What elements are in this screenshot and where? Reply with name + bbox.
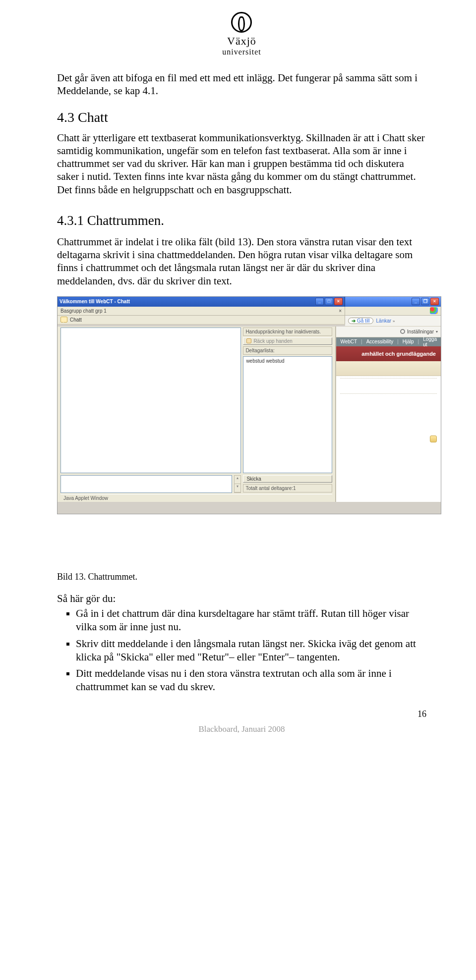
participant-item: webstud webstud xyxy=(246,358,284,364)
footer-text: Blackboard, Januari 2008 xyxy=(57,724,426,734)
nav-link-webct[interactable]: WebCT xyxy=(340,339,357,344)
chat-screenshot: Välkommen till WebCT - Chatt _ □ × _ ❐ ×… xyxy=(57,296,441,514)
windows-flag-icon xyxy=(430,307,438,314)
section-heading: 4.3 Chatt xyxy=(57,109,426,125)
settings-dropdown[interactable]: Inställningar ▾ xyxy=(400,329,438,334)
window-titlebar[interactable]: Välkommen till WebCT - Chatt _ □ × xyxy=(58,297,345,307)
links-dropdown[interactable]: Länkar » xyxy=(376,318,395,324)
send-button[interactable]: Skicka xyxy=(243,475,332,483)
logo-icon xyxy=(231,12,252,33)
note-icon[interactable] xyxy=(430,436,437,442)
intro-paragraph: Det går även att bifoga en fil med ett m… xyxy=(57,71,426,98)
minimize-button[interactable]: _ xyxy=(315,298,324,305)
close-button[interactable]: × xyxy=(334,298,343,305)
background-window-titlebar[interactable]: _ ❐ × xyxy=(345,297,441,307)
chat-tab-row: Chatt xyxy=(58,316,345,325)
list-item: Skriv ditt meddelande i den långsmala ru… xyxy=(76,637,426,664)
bg-toolbar-spacer xyxy=(345,307,441,316)
howto-list: Gå in i det chattrum där dina kursdeltag… xyxy=(57,607,426,694)
chat-messages-pane xyxy=(60,327,241,473)
handraise-status: Handuppräckning har inaktiverats. xyxy=(243,327,332,336)
input-scroll[interactable]: ▴▾ xyxy=(234,475,241,493)
nav-link-accessibility[interactable]: Accessibility xyxy=(366,339,393,344)
list-item: Gå in i det chattrum där dina kursdeltag… xyxy=(76,607,426,634)
page-number: 16 xyxy=(57,709,426,719)
nav-link-help[interactable]: Hjälp xyxy=(403,339,414,344)
sub-banner xyxy=(336,361,441,376)
hand-icon xyxy=(246,338,251,343)
browser-toolbar: ➔Gå till Länkar » xyxy=(345,316,441,327)
raise-hand-button[interactable]: Räck upp handen xyxy=(243,337,332,345)
section-paragraph: Chatt är ytterligare ett textbaserat kom… xyxy=(57,131,426,196)
course-banner: amhället och grundläggande xyxy=(336,346,441,361)
bg-restore-button[interactable]: ❐ xyxy=(421,298,429,305)
chat-tab-label: Chatt xyxy=(70,317,82,323)
maximize-button[interactable]: □ xyxy=(325,298,333,305)
participants-label: Deltagarlista: xyxy=(243,346,332,355)
participant-count: Totalt antal deltagare:1 xyxy=(243,484,332,492)
status-bar: Java Applet Window xyxy=(60,494,332,502)
chat-bubble-icon xyxy=(60,317,67,323)
subtitle-bar: Basgrupp chatt grp 1 × xyxy=(58,307,345,316)
participants-list: webstud webstud xyxy=(243,356,332,473)
university-logo: Växjö universitet xyxy=(57,12,426,56)
logo-text-line1: Växjö xyxy=(222,35,261,48)
list-item: Ditt meddelande visas nu i den stora vän… xyxy=(76,667,426,694)
logo-text-line2: universitet xyxy=(222,48,261,56)
bg-close-button[interactable]: × xyxy=(430,298,439,305)
message-input[interactable] xyxy=(60,475,232,493)
settings-toolbar: Inställningar ▾ xyxy=(336,327,441,337)
subtitle-text: Basgrupp chatt grp 1 xyxy=(60,308,107,314)
nav-tabstrip: WebCT| Accessibility| Hjälp| Logga ut xyxy=(336,337,441,346)
go-to-button[interactable]: ➔Gå till xyxy=(348,318,373,324)
subsection-heading: 4.3.1 Chattrummen. xyxy=(57,213,426,228)
window-title: Välkommen till WebCT - Chatt xyxy=(60,299,315,304)
gear-icon xyxy=(400,329,405,334)
bg-minimize-button[interactable]: _ xyxy=(412,298,420,305)
subtitle-close-icon[interactable]: × xyxy=(339,308,342,314)
nav-link-logout[interactable]: Logga ut xyxy=(423,336,437,347)
subsection-paragraph: Chattrummet är indelat i tre olika fält … xyxy=(57,235,426,287)
howto-intro: Så här gör du: xyxy=(57,592,426,605)
figure-caption: Bild 13. Chattrummet. xyxy=(57,572,426,582)
